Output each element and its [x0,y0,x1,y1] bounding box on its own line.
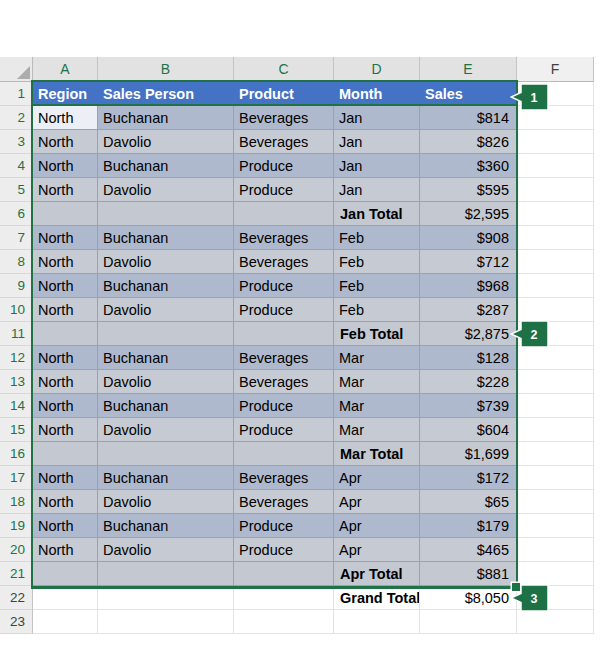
cell-D16[interactable]: Mar Total [334,442,420,466]
column-header-F[interactable]: F [517,57,594,82]
cell-A3[interactable]: North [33,130,98,154]
cell-E5[interactable]: $595 [420,178,517,202]
cell-B17[interactable]: Buchanan [98,466,234,490]
row-header-13[interactable]: 13 [0,370,33,394]
column-header-C[interactable]: C [234,57,334,82]
column-header-A[interactable]: A [33,57,98,82]
row-header-14[interactable]: 14 [0,394,33,418]
cell-E9[interactable]: $968 [420,274,517,298]
cell-C18[interactable]: Beverages [234,490,334,514]
cell-D19[interactable]: Apr [334,514,420,538]
select-all-corner[interactable] [0,57,33,82]
cell-F3[interactable] [517,130,594,154]
row-header-3[interactable]: 3 [0,130,33,154]
cell-A6[interactable] [33,202,98,226]
cell-A17[interactable]: North [33,466,98,490]
cell-D2[interactable]: Jan [334,106,420,130]
cell-E14[interactable]: $739 [420,394,517,418]
cell-F15[interactable] [517,418,594,442]
cell-D17[interactable]: Apr [334,466,420,490]
row-header-12[interactable]: 12 [0,346,33,370]
cell-D1[interactable]: Month [334,82,420,106]
cell-E10[interactable]: $287 [420,298,517,322]
cell-F14[interactable] [517,394,594,418]
row-header-10[interactable]: 10 [0,298,33,322]
cell-B15[interactable]: Davolio [98,418,234,442]
row-header-19[interactable]: 19 [0,514,33,538]
cell-D6[interactable]: Jan Total [334,202,420,226]
cell-F21[interactable] [517,562,594,586]
cell-E2[interactable]: $814 [420,106,517,130]
cell-F4[interactable] [517,154,594,178]
cell-E12[interactable]: $128 [420,346,517,370]
cell-E17[interactable]: $172 [420,466,517,490]
cell-C6[interactable] [234,202,334,226]
cell-C13[interactable]: Beverages [234,370,334,394]
cell-C8[interactable]: Beverages [234,250,334,274]
cell-C5[interactable]: Produce [234,178,334,202]
cell-A5[interactable]: North [33,178,98,202]
cell-B10[interactable]: Davolio [98,298,234,322]
cell-E4[interactable]: $360 [420,154,517,178]
row-header-17[interactable]: 17 [0,466,33,490]
row-header-22[interactable]: 22 [0,586,33,610]
cell-E16[interactable]: $1,699 [420,442,517,466]
cell-D14[interactable]: Mar [334,394,420,418]
cell-E11[interactable]: $2,875 [420,322,517,346]
cell-B6[interactable] [98,202,234,226]
cell-A4[interactable]: North [33,154,98,178]
cell-A23[interactable] [33,610,98,634]
row-header-6[interactable]: 6 [0,202,33,226]
cell-B4[interactable]: Buchanan [98,154,234,178]
cell-B18[interactable]: Davolio [98,490,234,514]
cell-A9[interactable]: North [33,274,98,298]
cell-C19[interactable]: Produce [234,514,334,538]
cell-E19[interactable]: $179 [420,514,517,538]
row-header-1[interactable]: 1 [0,82,33,106]
cell-B14[interactable]: Buchanan [98,394,234,418]
cell-F8[interactable] [517,250,594,274]
cell-D15[interactable]: Mar [334,418,420,442]
cell-A8[interactable]: North [33,250,98,274]
cell-B3[interactable]: Davolio [98,130,234,154]
cell-B8[interactable]: Davolio [98,250,234,274]
cell-E6[interactable]: $2,595 [420,202,517,226]
cell-A14[interactable]: North [33,394,98,418]
cell-C14[interactable]: Produce [234,394,334,418]
cell-F20[interactable] [517,538,594,562]
cell-C15[interactable]: Produce [234,418,334,442]
row-header-5[interactable]: 5 [0,178,33,202]
cell-E23[interactable] [420,610,517,634]
cell-E1[interactable]: Sales [420,82,517,106]
row-header-16[interactable]: 16 [0,442,33,466]
row-header-15[interactable]: 15 [0,418,33,442]
cell-C1[interactable]: Product [234,82,334,106]
cell-C10[interactable]: Produce [234,298,334,322]
cell-C12[interactable]: Beverages [234,346,334,370]
column-header-E[interactable]: E [420,57,517,82]
row-header-11[interactable]: 11 [0,322,33,346]
cell-F16[interactable] [517,442,594,466]
cell-B7[interactable]: Buchanan [98,226,234,250]
cell-B21[interactable] [98,562,234,586]
row-header-18[interactable]: 18 [0,490,33,514]
row-header-23[interactable]: 23 [0,610,33,634]
cell-A2[interactable]: North [33,106,98,130]
cell-B1[interactable]: Sales Person [98,82,234,106]
cell-A15[interactable]: North [33,418,98,442]
cell-A18[interactable]: North [33,490,98,514]
cell-B11[interactable] [98,322,234,346]
cell-D8[interactable]: Feb [334,250,420,274]
row-header-20[interactable]: 20 [0,538,33,562]
cell-C2[interactable]: Beverages [234,106,334,130]
cell-F18[interactable] [517,490,594,514]
cell-E22[interactable]: $8,050 [420,586,517,610]
cell-D22[interactable]: Grand Total [334,586,420,610]
cell-D18[interactable]: Apr [334,490,420,514]
cell-A21[interactable] [33,562,98,586]
cell-D21[interactable]: Apr Total [334,562,420,586]
cell-C23[interactable] [234,610,334,634]
cell-D20[interactable]: Apr [334,538,420,562]
cell-D4[interactable]: Jan [334,154,420,178]
cell-F23[interactable] [517,610,594,634]
